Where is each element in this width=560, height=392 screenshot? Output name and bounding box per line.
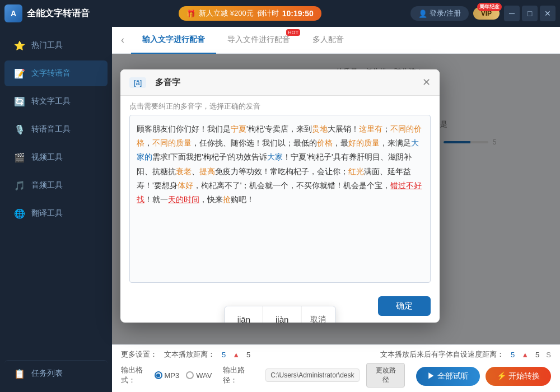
convert-icon: 🔄 bbox=[13, 95, 26, 108]
speed-val-2: 5 bbox=[246, 351, 250, 359]
sidebar-item-video-tools[interactable]: 🎬 视频工具 bbox=[4, 144, 108, 170]
promo-timer-label: 倒计时 bbox=[257, 8, 279, 18]
sidebar-label-translate-tools: 翻译工具 bbox=[31, 208, 63, 218]
sidebar-label-audio-tools: 音频工具 bbox=[31, 180, 63, 190]
speed-val-4: 5 bbox=[535, 351, 539, 359]
modal-title: 多音字 bbox=[155, 77, 180, 88]
app-title: 全能文字转语音 bbox=[27, 8, 90, 20]
sidebar-label-speech-tools: 转语音工具 bbox=[31, 124, 71, 134]
task-icon: 📋 bbox=[13, 367, 26, 380]
sidebar-label-task-list: 任务列表 bbox=[31, 368, 63, 379]
sidebar-label-video-tools: 视频工具 bbox=[31, 152, 63, 162]
speed-arrow-2: ▲ bbox=[521, 351, 529, 359]
back-button[interactable]: ‹ bbox=[121, 34, 124, 46]
content-area: ‹ 输入文字进行配音 导入文件进行配音 HOT 多人配音 的质量，任你挑、随你选… bbox=[112, 27, 560, 392]
sidebar-item-convert-text[interactable]: 🔄 转文字工具 bbox=[4, 88, 108, 114]
promo-timer: 10:19:50 bbox=[282, 9, 314, 18]
sidebar-label-convert-text: 转文字工具 bbox=[31, 96, 71, 106]
video-icon: 🎬 bbox=[13, 151, 26, 164]
modal-close-button[interactable]: ✕ bbox=[422, 76, 431, 88]
hot-badge: HOT bbox=[286, 29, 300, 36]
path-row: 输出路径： 更改路径 bbox=[223, 363, 405, 388]
wav-option[interactable]: WAV bbox=[186, 371, 212, 380]
output-format-label: 输出格式： bbox=[121, 365, 148, 385]
main-layout: ⭐ 热门工具 📝 文字转语音 🔄 转文字工具 🎙️ 转语音工具 🎬 视频工具 🎵… bbox=[0, 27, 560, 392]
speed-label-2: 文本播放后来后有字体自设速度距离： bbox=[380, 349, 504, 360]
star-icon: ⭐ bbox=[13, 39, 26, 52]
modal-body: 顾客朋友们你们好！我们是宁夏'枸杞'专卖店，来到贵地大展销！这里有；不同的价格，… bbox=[120, 115, 440, 290]
convert-button[interactable]: ⚡ 开始转换 bbox=[486, 367, 551, 386]
speed-val-3: 5 bbox=[511, 351, 515, 359]
sidebar-bottom: 📋 任务列表 bbox=[0, 356, 112, 388]
speed-val-1: 5 bbox=[222, 351, 226, 359]
sidebar-label-text-to-speech: 文字转语音 bbox=[31, 68, 71, 78]
sidebar-item-text-to-speech[interactable]: 📝 文字转语音 bbox=[4, 60, 108, 86]
tab-import-file[interactable]: 导入文件进行配音 HOT bbox=[216, 27, 301, 54]
modal-subtitle: 点击需要纠正的多音字，选择正确的发音 bbox=[120, 96, 440, 115]
translate-icon: 🌐 bbox=[13, 207, 26, 220]
text-icon: 📝 bbox=[13, 67, 26, 80]
sidebar-item-task-list[interactable]: 📋 任务列表 bbox=[4, 360, 108, 386]
titlebar-right: 👤 登录/注册 周年纪念 VIP ─ □ ✕ bbox=[410, 6, 556, 21]
vip-button[interactable]: 周年纪念 VIP bbox=[473, 7, 500, 20]
output-path-label: 输出路径： bbox=[223, 365, 259, 385]
vip-badge: 周年纪念 bbox=[477, 3, 502, 11]
wav-label: WAV bbox=[196, 371, 212, 380]
mp3-radio[interactable] bbox=[155, 371, 162, 379]
sidebar-label-hot-tools: 热门工具 bbox=[31, 40, 63, 50]
audio-icon: 🎵 bbox=[13, 179, 26, 192]
pronunciation-cancel[interactable]: 取消 bbox=[301, 307, 335, 323]
word-pronunciation-popup: jiān jiàn 取消 bbox=[225, 306, 336, 323]
login-icon: 👤 bbox=[418, 10, 427, 18]
pronunciation-option-1[interactable]: jiān bbox=[225, 306, 263, 323]
polyphonic-modal: [ā] 多音字 ✕ 点击需要纠正的多音字，选择正确的发音 顾客朋友们你们好！我们… bbox=[120, 69, 440, 323]
mp3-option[interactable]: MP3 bbox=[155, 371, 180, 380]
mp3-label: MP3 bbox=[165, 371, 180, 380]
sidebar: ⭐ 热门工具 📝 文字转语音 🔄 转文字工具 🎙️ 转语音工具 🎬 视频工具 🎵… bbox=[0, 27, 112, 392]
phonetic-tag: [ā] bbox=[129, 77, 146, 88]
app-logo: A bbox=[4, 4, 22, 22]
more-settings-label: 更多设置： bbox=[121, 349, 157, 360]
titlebar: A 全能文字转语音 🎁 新人立减 ¥200元 倒计时 10:19:50 👤 登录… bbox=[0, 0, 560, 27]
sidebar-item-hot-tools[interactable]: ⭐ 热门工具 bbox=[4, 32, 108, 58]
login-label: 登录/注册 bbox=[430, 8, 461, 18]
tab-input-text[interactable]: 输入文字进行配音 bbox=[131, 27, 216, 54]
close-button[interactable]: ✕ bbox=[540, 6, 556, 21]
promo-banner[interactable]: 🎁 新人立减 ¥200元 倒计时 10:19:50 bbox=[179, 6, 321, 21]
bottom-bar: 更多设置： 文本播放距离： 5 ▲ 5 文本播放后来后有字体自设速度距离： 5 … bbox=[112, 344, 560, 392]
pronunciation-option-2[interactable]: jiàn bbox=[263, 306, 301, 323]
preview-button[interactable]: ▶ 全部试听 bbox=[416, 367, 480, 386]
speed-val-5: S bbox=[546, 351, 551, 359]
change-path-button[interactable]: 更改路径 bbox=[366, 363, 405, 388]
text-display-area: 顾客朋友们你们好！我们是宁夏'枸杞'专卖店，来到贵地大展销！这里有；不同的价格，… bbox=[129, 115, 431, 283]
restore-button[interactable]: □ bbox=[522, 6, 538, 21]
mic-icon: 🎙️ bbox=[13, 123, 26, 136]
speed-label-1: 文本播放距离： bbox=[164, 349, 215, 360]
format-row: 输出格式： MP3 WAV bbox=[121, 365, 212, 385]
promo-icon: 🎁 bbox=[186, 10, 195, 18]
action-buttons: ▶ 全部试听 ⚡ 开始转换 bbox=[416, 367, 551, 386]
promo-text: 新人立减 ¥200元 bbox=[199, 8, 254, 18]
window-controls: ─ □ ✕ bbox=[504, 6, 556, 21]
popup-arrow-inner bbox=[277, 306, 283, 307]
sidebar-item-translate-tools[interactable]: 🌐 翻译工具 bbox=[4, 200, 108, 226]
wav-radio[interactable] bbox=[186, 371, 194, 379]
tabs-bar: ‹ 输入文字进行配音 导入文件进行配音 HOT 多人配音 bbox=[112, 27, 560, 54]
output-path-input[interactable] bbox=[265, 368, 360, 382]
tab-multi-voice[interactable]: 多人配音 bbox=[301, 27, 355, 54]
titlebar-left: A 全能文字转语音 bbox=[4, 4, 90, 22]
login-button[interactable]: 👤 登录/注册 bbox=[410, 6, 469, 21]
sidebar-item-audio-tools[interactable]: 🎵 音频工具 bbox=[4, 172, 108, 198]
more-settings-row: 更多设置： 文本播放距离： 5 ▲ 5 文本播放后来后有字体自设速度距离： 5 … bbox=[121, 349, 551, 360]
minimize-button[interactable]: ─ bbox=[504, 6, 520, 21]
inner-content: 的质量，任你挑、随你选！ 宁夏'枸杞子'具有养肝明 ！ 要想身体好，枸杞离不 红… bbox=[112, 54, 560, 344]
modal-header: [ā] 多音字 ✕ bbox=[120, 69, 440, 96]
sidebar-item-speech-tools[interactable]: 🎙️ 转语音工具 bbox=[4, 116, 108, 142]
speed-arrow-1: ▲ bbox=[232, 351, 240, 359]
output-settings-row: 输出格式： MP3 WAV 输出路径： 更改路径 ▶ 全部 bbox=[121, 363, 551, 388]
confirm-button[interactable]: 确定 bbox=[378, 296, 431, 316]
